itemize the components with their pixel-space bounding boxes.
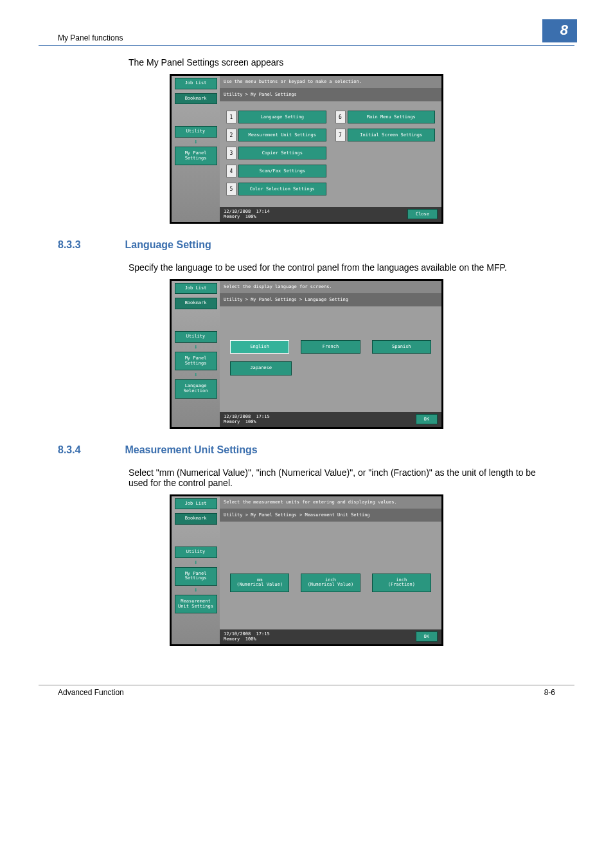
chevron-down-icon: ⬇: [193, 139, 197, 145]
menu-num: 2: [226, 129, 236, 141]
instruction-text: Select the measurement units for enterin…: [220, 496, 441, 508]
menu-scan-fax-settings[interactable]: Scan/Fax Settings: [238, 165, 326, 177]
sidebar-job-list[interactable]: Job List: [175, 78, 217, 89]
menu-num: 4: [226, 165, 236, 177]
sidebar-job-list[interactable]: Job List: [175, 498, 217, 510]
sidebar-language-selection[interactable]: Language Selection: [175, 379, 217, 398]
option-mm-numerical[interactable]: mm (Numerical Value): [230, 574, 289, 592]
section-desc: Specify the language to be used for the …: [129, 262, 555, 273]
status-meta: 12/10/2008 17:14 Memory 100%: [224, 209, 270, 220]
status-meta: 12/10/2008 17:15 Memory 100%: [224, 414, 270, 425]
menu-copier-settings[interactable]: Copier Settings: [238, 147, 326, 159]
section-title-measurement-unit-settings: Measurement Unit Settings: [125, 444, 257, 455]
ok-button[interactable]: OK: [416, 414, 438, 424]
breadcrumb: Utility > My Panel Settings > Measuremen…: [220, 508, 441, 522]
chevron-down-icon: ⬇: [193, 344, 197, 350]
section-desc: Select "mm (Numerical Value)", "inch (Nu…: [129, 467, 555, 488]
sidebar-bookmark[interactable]: Bookmark: [175, 298, 217, 309]
sidebar-my-panel-settings[interactable]: My Panel Settings: [175, 352, 217, 370]
sidebar-bookmark[interactable]: Bookmark: [175, 93, 217, 105]
sidebar-utility[interactable]: Utility: [175, 126, 217, 138]
breadcrumb: Utility > My Panel Settings > Language S…: [220, 293, 441, 307]
option-japanese[interactable]: Japanese: [230, 361, 292, 375]
ok-button[interactable]: OK: [416, 631, 438, 642]
close-button[interactable]: Close: [407, 209, 438, 219]
measurement-unit-settings-screenshot: Job List Bookmark Utility ⬇ My Panel Set…: [170, 494, 443, 646]
menu-num: 3: [226, 147, 236, 159]
menu-num: 6: [335, 111, 346, 123]
menu-language-setting[interactable]: Language Setting: [238, 111, 326, 123]
option-inch-numerical[interactable]: inch (Numerical Value): [301, 574, 360, 592]
section-number: 8.3.4: [58, 444, 122, 456]
footer-left: Advanced Function: [58, 688, 124, 697]
sidebar-job-list[interactable]: Job List: [175, 283, 217, 294]
status-meta: 12/10/2008 17:15 Memory 100%: [224, 631, 270, 642]
menu-color-selection-settings[interactable]: Color Selection Settings: [238, 183, 326, 195]
option-spanish[interactable]: Spanish: [372, 340, 431, 354]
option-english[interactable]: English: [230, 340, 289, 354]
chevron-down-icon: ⬇: [193, 587, 197, 593]
chevron-down-icon: ⬇: [193, 372, 197, 378]
menu-main-menu-settings[interactable]: Main Menu Settings: [348, 111, 436, 123]
language-setting-screenshot: Job List Bookmark Utility ⬇ My Panel Set…: [170, 279, 443, 429]
option-inch-fraction[interactable]: inch (Fraction): [372, 574, 431, 592]
menu-measurement-unit-settings[interactable]: Measurement Unit Settings: [238, 129, 326, 141]
my-panel-settings-screenshot: Job List Bookmark Utility ⬇ My Panel Set…: [170, 74, 443, 224]
option-french[interactable]: French: [301, 340, 360, 354]
sidebar-utility[interactable]: Utility: [175, 547, 217, 558]
menu-initial-screen-settings[interactable]: Initial Screen Settings: [348, 129, 436, 141]
running-head: My Panel functions: [39, 33, 123, 42]
sidebar-bookmark[interactable]: Bookmark: [175, 513, 217, 525]
section-number: 8.3.3: [58, 239, 122, 251]
breadcrumb: Utility > My Panel Settings: [220, 87, 441, 102]
instruction-text: Select the display language for screens.: [220, 281, 441, 293]
chapter-number: 8: [542, 19, 577, 42]
sidebar-my-panel-settings[interactable]: My Panel Settings: [175, 567, 217, 586]
menu-num: 1: [226, 111, 236, 123]
sidebar-my-panel-settings[interactable]: My Panel Settings: [175, 147, 217, 165]
section-title-language-setting: Language Setting: [125, 239, 211, 250]
intro-text: The My Panel Settings screen appears: [129, 57, 555, 68]
sidebar-measurement-unit-settings[interactable]: Measurement Unit Settings: [175, 595, 217, 613]
menu-num: 7: [335, 129, 346, 141]
sidebar-utility[interactable]: Utility: [175, 331, 217, 343]
footer-page-number: 8-6: [544, 688, 555, 697]
chevron-down-icon: ⬇: [193, 559, 197, 566]
menu-num: 5: [226, 183, 236, 195]
instruction-text: Use the menu buttons or keypad to make a…: [220, 76, 441, 87]
